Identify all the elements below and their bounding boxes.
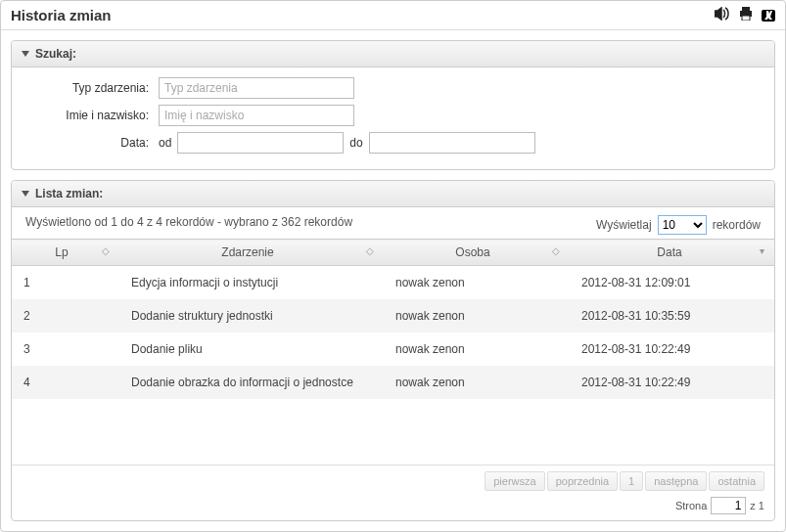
list-panel-header[interactable]: Lista zmian: bbox=[12, 181, 774, 207]
list-panel: Lista zmian: Wyświetlono od 1 do 4 z 4 r… bbox=[11, 180, 775, 521]
table-row[interactable]: 3 Dodanie pliku nowak zenon 2012-08-31 1… bbox=[12, 332, 774, 366]
to-label: do bbox=[349, 136, 362, 150]
pager-next[interactable]: następna bbox=[645, 471, 707, 491]
table-row[interactable]: 4 Dodanie obrazka do informacji o jednos… bbox=[12, 366, 774, 399]
print-icon[interactable] bbox=[738, 7, 754, 23]
pager-current[interactable]: 1 bbox=[620, 471, 643, 491]
pager-first[interactable]: pierwsza bbox=[485, 471, 544, 491]
records-info: Wyświetlono od 1 do 4 z 4 rekordów - wyb… bbox=[25, 215, 352, 229]
header-actions bbox=[715, 7, 775, 23]
page-of-label: z 1 bbox=[750, 500, 764, 511]
page-size-control: Wyświetlaj 10 rekordów bbox=[596, 215, 761, 235]
col-lp-header[interactable]: Lp◇ bbox=[12, 240, 119, 266]
page-label: Strona bbox=[675, 500, 707, 511]
window-header: Historia zmian bbox=[1, 1, 785, 30]
collapse-icon bbox=[22, 191, 29, 197]
changes-table: Lp◇ Zdarzenie◇ Osoba◇ Data▾ 1 Edycja inf… bbox=[12, 239, 774, 399]
date-to-input[interactable] bbox=[369, 132, 535, 154]
page-title: Historia zmian bbox=[11, 7, 112, 23]
date-from-input[interactable] bbox=[177, 132, 344, 154]
col-date-header[interactable]: Data▾ bbox=[570, 240, 774, 266]
svg-rect-1 bbox=[742, 7, 750, 11]
table-row[interactable]: 2 Dodanie struktury jednostki nowak zeno… bbox=[12, 299, 774, 332]
event-type-input[interactable] bbox=[159, 77, 354, 99]
svg-rect-2 bbox=[742, 16, 750, 21]
display-label-right: rekordów bbox=[713, 218, 761, 232]
page-input[interactable] bbox=[711, 497, 746, 514]
collapse-icon bbox=[22, 51, 29, 57]
search-panel: Szukaj: Typ zdarzenia: Imie i nazwisko: … bbox=[11, 40, 775, 170]
sort-icon: ◇ bbox=[102, 245, 110, 256]
display-label-left: Wyświetlaj bbox=[596, 218, 652, 232]
from-label: od bbox=[159, 136, 171, 150]
list-toolbar: Wyświetlono od 1 do 4 z 4 rekordów - wyb… bbox=[12, 207, 774, 239]
sort-icon: ◇ bbox=[552, 245, 560, 256]
date-label: Data: bbox=[25, 136, 153, 150]
page-size-select[interactable]: 10 bbox=[658, 215, 707, 235]
content: Szukaj: Typ zdarzenia: Imie i nazwisko: … bbox=[1, 30, 785, 531]
col-event-header[interactable]: Zdarzenie◇ bbox=[119, 240, 384, 266]
search-panel-title: Szukaj: bbox=[35, 47, 76, 61]
audio-icon[interactable] bbox=[715, 7, 730, 23]
search-panel-body: Typ zdarzenia: Imie i nazwisko: Data: od… bbox=[12, 67, 774, 169]
sort-icon: ◇ bbox=[366, 245, 374, 256]
table-row[interactable]: 1 Edycja informacji o instytucji nowak z… bbox=[12, 266, 774, 300]
pager-prev[interactable]: poprzednia bbox=[547, 471, 618, 491]
col-person-header[interactable]: Osoba◇ bbox=[384, 240, 570, 266]
sort-icon: ▾ bbox=[760, 245, 764, 256]
name-label: Imie i nazwisko: bbox=[25, 109, 153, 122]
window: Historia zmian Szukaj: Typ zdarzenia: bbox=[0, 0, 786, 532]
search-panel-header[interactable]: Szukaj: bbox=[12, 41, 774, 67]
type-label: Typ zdarzenia: bbox=[25, 81, 153, 95]
pager: pierwsza poprzednia 1 następna ostatnia … bbox=[12, 465, 774, 520]
pager-last[interactable]: ostatnia bbox=[709, 471, 764, 491]
pdf-icon[interactable] bbox=[762, 10, 775, 22]
name-input[interactable] bbox=[159, 105, 354, 126]
list-panel-title: Lista zmian: bbox=[35, 187, 103, 200]
